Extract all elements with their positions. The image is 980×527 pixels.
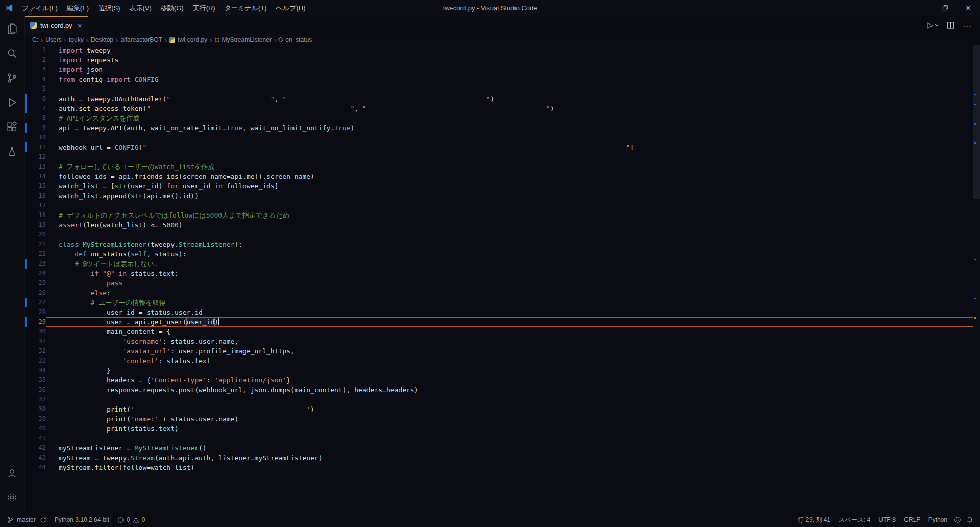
menu-t[interactable]: ターミナル(T) — [220, 0, 272, 16]
run-debug-icon[interactable] — [0, 90, 24, 114]
code-line[interactable]: 43myStream = tweepy.Stream(auth=api.auth… — [24, 453, 980, 463]
line-number-gutter[interactable]: 26 — [24, 288, 59, 298]
minimize-button[interactable]: – — [910, 0, 933, 16]
line-number-gutter[interactable]: 27 — [24, 298, 59, 307]
breadcrumb-item[interactable]: twi-cord.py — [169, 36, 207, 43]
line-number-gutter[interactable]: 30 — [24, 327, 59, 337]
line-number-gutter[interactable]: 8 — [24, 113, 59, 123]
line-number-gutter[interactable]: 3 — [24, 65, 59, 75]
breadcrumb-item[interactable]: Users — [45, 36, 61, 43]
menu-h[interactable]: ヘルプ(H) — [272, 0, 310, 16]
breadcrumb-item[interactable]: C: — [32, 36, 38, 43]
code-line[interactable]: 33 'content': status.text — [24, 356, 980, 366]
sync-changes-button[interactable] — [40, 513, 51, 526]
line-number-gutter[interactable]: 10 — [24, 133, 59, 142]
code-line[interactable]: 21class MyStreamListener(tweepy.StreamLi… — [24, 239, 980, 249]
editor[interactable]: 1import tweepy2import requests3import js… — [24, 45, 980, 513]
line-number-gutter[interactable]: 15 — [24, 181, 59, 191]
line-number-gutter[interactable]: 38 — [24, 404, 59, 414]
line-number-gutter[interactable]: 41 — [24, 434, 59, 443]
code-line[interactable]: 42myStreamListener = MyStreamListener() — [24, 443, 980, 453]
line-number-gutter[interactable]: 24 — [24, 269, 59, 278]
code-line[interactable]: 26 else: — [24, 288, 980, 298]
menu-e[interactable]: 編集(E) — [62, 0, 93, 16]
line-number-gutter[interactable]: 22 — [24, 249, 59, 259]
code-line[interactable]: 11webhook_url = CONFIG[" "] — [24, 142, 980, 152]
code-line[interactable]: 10 — [24, 133, 980, 142]
line-number-gutter[interactable]: 6 — [24, 94, 59, 104]
tab-twi-cord-py[interactable]: twi-cord.py × — [24, 16, 88, 34]
python-interpreter-status[interactable]: Python 3.10.2 64-bit — [51, 513, 113, 526]
code-line[interactable]: 5 — [24, 84, 980, 94]
account-icon[interactable] — [0, 461, 24, 485]
code-line[interactable]: 38 print('------------------------------… — [24, 404, 980, 414]
line-number-gutter[interactable]: 29 — [24, 317, 59, 327]
code-line[interactable]: 17 — [24, 201, 980, 210]
git-branch-status[interactable]: master — [3, 513, 40, 526]
tab-close-icon[interactable]: × — [78, 21, 82, 29]
line-number-gutter[interactable]: 18 — [24, 210, 59, 220]
code-line[interactable]: 8# APIインスタンスを作成 — [24, 113, 980, 123]
close-button[interactable]: × — [957, 0, 980, 16]
code-line[interactable]: 36 response=requests.post(webhook_url, j… — [24, 385, 980, 395]
code-line[interactable]: 6auth = tweepy.OAuthHandler(" ", " ") — [24, 94, 980, 104]
scrollbar[interactable] — [973, 45, 980, 513]
line-number-gutter[interactable]: 35 — [24, 375, 59, 385]
line-number-gutter[interactable]: 25 — [24, 278, 59, 288]
feedback-button[interactable] — [951, 513, 964, 526]
code-line[interactable]: 29 user = api.get_user(user_id) — [24, 317, 980, 327]
line-number-gutter[interactable]: 9 — [24, 123, 59, 133]
line-number-gutter[interactable]: 36 — [24, 385, 59, 395]
line-number-gutter[interactable]: 2 — [24, 55, 59, 65]
extensions-icon[interactable] — [0, 114, 24, 139]
code-line[interactable]: 14followee_ids = api.friends_ids(screen_… — [24, 172, 980, 181]
breadcrumb-item[interactable]: MyStreamListener — [215, 36, 272, 43]
code-line[interactable]: 7auth.set_access_token(" ", " ") — [24, 104, 980, 113]
code-line[interactable]: 37 — [24, 395, 980, 404]
settings-gear-icon[interactable] — [0, 485, 24, 510]
line-number-gutter[interactable]: 7 — [24, 104, 59, 113]
line-number-gutter[interactable]: 33 — [24, 356, 59, 366]
code-line[interactable]: 39 print('name:' + status.user.name) — [24, 414, 980, 424]
run-python-file-button[interactable]: ▷ — [927, 20, 939, 30]
line-number-gutter[interactable]: 21 — [24, 239, 59, 249]
code-line[interactable]: 25 pass — [24, 278, 980, 288]
line-number-gutter[interactable]: 16 — [24, 191, 59, 201]
code-line[interactable]: 15watch_list = [str(user_id) for user_id… — [24, 181, 980, 191]
code-line[interactable]: 27 # ユーザーの情報を取得 — [24, 298, 980, 307]
code-line[interactable]: 22 def on_status(self, status): — [24, 249, 980, 259]
line-number-gutter[interactable]: 14 — [24, 172, 59, 181]
breadcrumb-item[interactable]: touky — [69, 36, 84, 43]
problems-status[interactable]: 0 0 — [113, 513, 149, 526]
line-number-gutter[interactable]: 32 — [24, 346, 59, 356]
code-line[interactable]: 12 — [24, 152, 980, 162]
code-line[interactable]: 31 'username': status.user.name, — [24, 337, 980, 346]
menu-v[interactable]: 表示(V) — [125, 0, 156, 16]
menu-r[interactable]: 実行(R) — [188, 0, 220, 16]
line-number-gutter[interactable]: 23 — [24, 259, 59, 269]
code-line[interactable]: 30 main_content = { — [24, 327, 980, 337]
line-number-gutter[interactable]: 19 — [24, 220, 59, 230]
code-line[interactable]: 24 if "@" in status.text: — [24, 269, 980, 278]
menu-g[interactable]: 移動(G) — [156, 0, 188, 16]
code-line[interactable]: 44myStream.filter(follow=watch_list) — [24, 463, 980, 472]
line-number-gutter[interactable]: 42 — [24, 443, 59, 453]
line-number-gutter[interactable]: 1 — [24, 45, 59, 55]
code-line[interactable]: 40 print(status.text) — [24, 424, 980, 434]
encoding-status[interactable]: UTF-8 — [874, 513, 900, 526]
menu-s[interactable]: 選択(S) — [93, 0, 125, 16]
search-icon[interactable] — [0, 41, 24, 65]
line-number-gutter[interactable]: 5 — [24, 84, 59, 94]
scrollbar-thumb[interactable] — [973, 45, 980, 199]
line-number-gutter[interactable]: 11 — [24, 142, 59, 152]
testing-icon[interactable] — [0, 139, 24, 163]
code-line[interactable]: 28 user_id = status.user.id — [24, 307, 980, 317]
code-line[interactable]: 1import tweepy — [24, 45, 980, 55]
line-number-gutter[interactable]: 34 — [24, 366, 59, 375]
line-number-gutter[interactable]: 28 — [24, 307, 59, 317]
breadcrumb-item[interactable]: on_status — [279, 36, 312, 43]
line-number-gutter[interactable]: 4 — [24, 75, 59, 84]
language-mode-status[interactable]: Python — [924, 513, 951, 526]
code-line[interactable]: 9api = tweepy.API(auth, wait_on_rate_lim… — [24, 123, 980, 133]
code-line[interactable]: 34 } — [24, 366, 980, 375]
